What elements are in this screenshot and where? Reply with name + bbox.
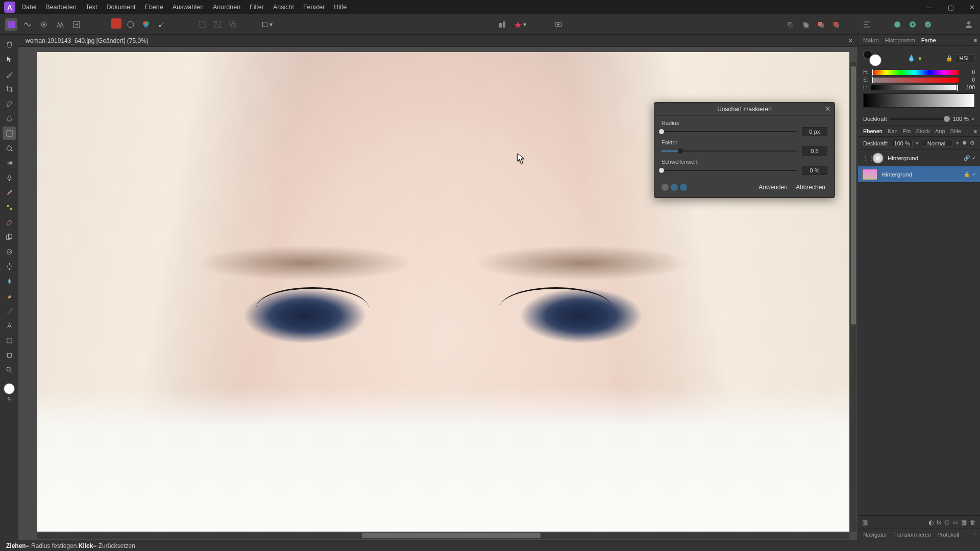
threshold-slider[interactable] [662, 167, 797, 174]
zoom-tool-icon[interactable] [3, 363, 16, 377]
gradient-tool-icon[interactable] [3, 156, 16, 169]
flood-select-icon[interactable] [3, 112, 16, 125]
swap-colors-icon[interactable]: ⇅ [7, 396, 11, 402]
align-icon[interactable] [861, 18, 873, 31]
assistant-icon[interactable]: ▾ [511, 18, 529, 31]
radius-slider[interactable] [662, 128, 797, 135]
group-layer-icon[interactable]: ▭ [952, 519, 958, 526]
menu-text[interactable]: Text [86, 4, 97, 11]
live-filter-icon[interactable]: ⌬ [944, 519, 949, 526]
menu-bearbeiten[interactable]: Bearbeiten [45, 4, 76, 11]
tab-histogramm[interactable]: Histogramm [885, 37, 915, 43]
autolevel-icon[interactable] [125, 18, 137, 31]
threshold-value-field[interactable]: 0 % [802, 166, 827, 175]
clone-tool-icon[interactable] [3, 230, 16, 243]
retouch-tool-icon[interactable] [3, 304, 16, 317]
preview-mode-3-icon[interactable] [680, 184, 687, 191]
autowb-icon[interactable] [155, 18, 167, 31]
arrange-icon[interactable] [496, 18, 508, 31]
foreground-color-swatch[interactable] [4, 383, 15, 394]
pen-tool-icon[interactable] [3, 171, 16, 184]
persona-liquify-icon[interactable] [21, 18, 34, 31]
inpaint-tool-icon[interactable] [3, 245, 16, 258]
move-tool-icon[interactable] [3, 53, 16, 66]
selection-subtract-icon[interactable] [211, 18, 224, 31]
menu-fenster[interactable]: Fenster [303, 4, 325, 11]
menu-ebene[interactable]: Ebene [145, 4, 163, 11]
rgb-icon[interactable] [111, 18, 121, 29]
layer-gear-icon[interactable]: ⚙ [970, 140, 975, 146]
layer-visibility-icon[interactable]: ⋮⋮ [862, 155, 868, 162]
factor-value-field[interactable]: 0,5 [802, 146, 827, 156]
layer-row[interactable]: Hintergrund 🔒✓ [858, 166, 980, 183]
tab-makro[interactable]: Makro [863, 37, 879, 43]
preview-mode-2-icon[interactable] [671, 184, 678, 191]
shape-tool-icon[interactable] [3, 334, 16, 347]
selection-intersect-icon[interactable] [227, 18, 239, 31]
layer-lock-icon[interactable]: 🔒 [964, 171, 970, 177]
preview-mode-1-icon[interactable] [662, 184, 669, 191]
maximize-icon[interactable]: ▢ [945, 3, 957, 12]
preview-mode-buttons[interactable] [662, 184, 687, 191]
layer-fx-icon[interactable]: ✸ [962, 140, 967, 146]
color-swatches[interactable] [863, 50, 884, 66]
tab-stile[interactable]: Stile [950, 128, 961, 134]
sat-slider[interactable] [871, 78, 959, 83]
menu-filter[interactable]: Filter [250, 4, 264, 11]
lock-icon[interactable]: 🔒 [946, 55, 953, 62]
mesh-tool-icon[interactable] [3, 348, 16, 362]
opacity-stepper-icon[interactable]: ▸ [972, 115, 975, 122]
smudge-tool-icon[interactable] [3, 289, 16, 303]
vertical-scrollbar[interactable] [850, 62, 856, 532]
snap-2-icon[interactable] [906, 18, 919, 31]
paint-brush-icon[interactable] [3, 186, 16, 199]
text-tool-icon[interactable] [3, 319, 16, 332]
order-front-icon[interactable] [830, 18, 842, 31]
document-close-icon[interactable]: ✕ [848, 37, 853, 44]
tab-transformieren[interactable]: Transformieren [893, 532, 931, 538]
nav-menu-icon[interactable]: ≡ [974, 532, 977, 538]
persona-export-icon[interactable] [70, 18, 83, 31]
selection-add-icon[interactable] [196, 18, 208, 31]
layer-check-icon[interactable]: ✓ [972, 171, 976, 177]
crop-preset-icon[interactable]: ▾ [257, 18, 277, 31]
menu-ansicht[interactable]: Ansicht [273, 4, 294, 11]
fx-layer-icon[interactable]: fx [937, 519, 941, 526]
tab-farbe[interactable]: Farbe [921, 37, 936, 43]
horizontal-scrollbar[interactable] [37, 533, 849, 539]
dialog-titlebar[interactable]: Unscharf maskieren ✕ [654, 103, 835, 116]
order-backward-icon[interactable] [799, 18, 812, 31]
eyedropper-icon[interactable]: 💧 [908, 55, 915, 62]
blend-mode-dropdown[interactable]: Normal [922, 140, 953, 147]
layers-menu-icon[interactable]: ≡ [974, 128, 977, 134]
color-picker-icon[interactable] [3, 67, 16, 81]
minimize-icon[interactable]: ― [923, 3, 936, 12]
dodge-tool-icon[interactable] [3, 260, 16, 273]
apply-button[interactable]: Anwenden [756, 182, 790, 192]
close-icon[interactable]: ✕ [966, 3, 978, 12]
account-icon[interactable] [963, 18, 975, 31]
selection-brush-icon[interactable] [3, 97, 16, 110]
layer-check-icon[interactable]: ✓ [972, 155, 976, 161]
layer-row[interactable]: ⋮⋮ Hintergrund 🔗✓ [858, 150, 980, 166]
tab-navigator[interactable]: Navigator [863, 532, 887, 538]
order-forward-icon[interactable] [815, 18, 827, 31]
panel-opacity-slider[interactable] [890, 118, 949, 120]
menu-hilfe[interactable]: Hilfe [334, 4, 347, 11]
hand-tool-icon[interactable] [3, 38, 16, 51]
factor-slider[interactable] [662, 147, 797, 155]
persona-tone-icon[interactable] [54, 18, 66, 31]
tab-anp[interactable]: Anp [935, 128, 945, 134]
radius-value-field[interactable]: 0 px [802, 127, 827, 136]
delete-layer-icon[interactable]: 🗑 [970, 519, 976, 526]
tab-kan[interactable]: Kan [888, 128, 898, 134]
crop-tool-icon[interactable] [3, 82, 16, 95]
autocolor-icon[interactable] [140, 18, 152, 31]
marquee-tool-icon[interactable] [3, 127, 16, 140]
persona-develop-icon[interactable] [38, 18, 50, 31]
tab-stock[interactable]: Stock [916, 128, 930, 134]
layer-link-icon[interactable]: 🔗 [964, 155, 970, 161]
gradient-preview[interactable] [863, 93, 975, 108]
cancel-button[interactable]: Abbrechen [794, 182, 827, 192]
blur-tool-icon[interactable] [3, 274, 16, 288]
